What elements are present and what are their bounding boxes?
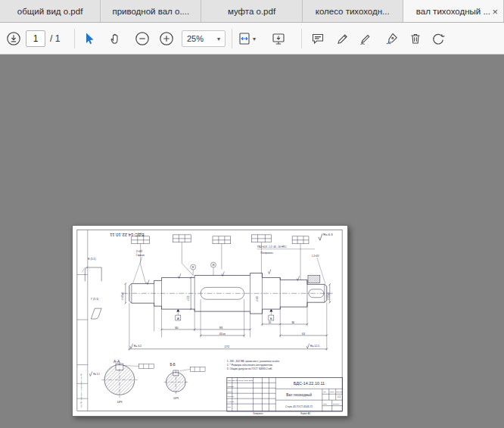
roughness-left: Ra 3.2	[134, 345, 142, 348]
acrobat-window: общий вид o.pdf приводной вал o.... муфт…	[0, 0, 504, 428]
section-tolerance-frames	[124, 364, 205, 372]
detail-g-label: Г (5:1)	[91, 298, 98, 301]
tab-mufta[interactable]: муфта o.pdf	[201, 0, 302, 22]
presentation-button[interactable]	[269, 30, 288, 48]
tab-bar: общий вид o.pdf приводной вал o.... муфт…	[0, 0, 504, 23]
select-tool-button[interactable]	[80, 30, 98, 48]
keyway-b-dim: 10Р9	[173, 397, 179, 400]
toolbar-separator	[301, 29, 302, 48]
zoom-level-value: 25%	[187, 34, 204, 43]
keyway-section-hatch	[308, 275, 320, 283]
tab-obshchiy-vid[interactable]: общий вид o.pdf	[0, 0, 101, 22]
page-fit-button[interactable]	[235, 30, 254, 48]
title-block-material: Сталь 45 ГОСТ 4543-71	[285, 405, 313, 408]
fit-width-icon	[237, 31, 252, 46]
title-block-name: Вал тихоходный	[286, 392, 312, 397]
note-3: 3. Общие допуски по ГОСТ 30893.2-mK.	[227, 367, 273, 370]
annotations: 2×45° 2 фаски ТВЧ h0,8...1,2; 40...50 HR…	[88, 233, 333, 370]
datum-a: А	[177, 317, 179, 320]
tab-privodnoy-val[interactable]: приводной вал o....	[101, 0, 201, 22]
right-chamfer-note: 1,2×45°	[312, 255, 320, 258]
heat-treatment-note: ТВЧ h0,8...1,2; 40...50 HRC	[257, 245, 288, 248]
comment-bubble-icon	[310, 31, 325, 46]
balloon-zh: Ж	[212, 264, 215, 267]
tab-label: вал тихоходный ...	[416, 7, 490, 16]
highlight-button[interactable]	[334, 30, 352, 48]
document-viewer: БДС-14.22.10.11 Инв. № подл. Подп. и дат…	[0, 55, 504, 428]
margin-column-labels: Инв. № подл. Подп. и дата Взам. инв. №	[80, 373, 82, 408]
keyway-a-dim: 14Р9	[117, 401, 122, 404]
tab-val-tikhokhodny[interactable]: вал тихоходный ... ×	[403, 0, 504, 22]
dim-63: 63	[302, 333, 305, 336]
toolbar-separator	[232, 29, 232, 48]
rotate-icon	[431, 31, 446, 46]
general-roughness: Ra 6.3	[323, 233, 333, 236]
select-arrow-icon	[82, 31, 97, 46]
detail-views	[82, 267, 101, 319]
datum-symbols: Е Ж А Б	[176, 262, 274, 320]
delete-button[interactable]	[406, 30, 425, 48]
fit-dropdown-caret-icon[interactable]: ▾	[253, 36, 256, 42]
chamfer-count: 2 фаски	[136, 254, 145, 257]
pen-icon	[358, 31, 373, 46]
section-b-label: Б-Б	[170, 363, 175, 367]
fill-sign-nib-icon	[384, 31, 400, 46]
dim-overall: 272	[225, 345, 230, 349]
dim-93: 93	[219, 326, 223, 330]
engineering-drawing: БДС-14.22.10.11 Инв. № подл. Подп. и дат…	[73, 226, 347, 416]
balloon-e: Е	[192, 266, 194, 269]
stamp-sheets: Листов 1	[333, 403, 341, 405]
polish-note: Полировать	[260, 251, 273, 255]
zoom-out-icon	[135, 31, 150, 46]
chevron-down-icon: ▾	[217, 36, 220, 42]
detail-e-label: Е (5:1)	[88, 258, 95, 261]
title-block: БДС-14.22.10.11 Вал тихоходный Сталь 45 …	[227, 377, 344, 411]
hand-icon	[108, 31, 123, 46]
stamp-scale-label: Масштаб	[336, 391, 343, 392]
tab-koleso[interactable]: колесо тихоходн...	[303, 0, 403, 22]
tab-close-icon[interactable]: ×	[492, 6, 498, 16]
datum-b: Б	[270, 317, 272, 320]
dim-60: 60	[175, 326, 179, 330]
pencil-icon	[335, 31, 350, 46]
comment-button[interactable]	[309, 30, 327, 48]
stamp-header: Изм. Лист № докум. Подп. Дата	[228, 380, 254, 381]
title-block-designation: БДС-14.22.10.11	[294, 381, 325, 386]
zoom-in-button[interactable]	[157, 30, 176, 48]
zoom-level-dropdown[interactable]: 25% ▾	[182, 30, 226, 47]
toolbar-separator	[74, 29, 75, 48]
section-a-a: А-А Ra 3.2 14Р9	[89, 360, 137, 405]
pdf-page[interactable]: БДС-14.22.10.11 Инв. № подл. Подп. и дат…	[72, 225, 348, 417]
tolerance-frames	[132, 235, 309, 283]
stamp-row-utv: Утв.	[228, 406, 232, 408]
screen-icon	[271, 31, 286, 46]
stamp-row-razrab: Разраб.	[228, 386, 235, 388]
tab-label: приводной вал o....	[112, 7, 189, 16]
stamp-row-prov: Пров.	[228, 391, 233, 393]
stamp-row-tkontr: Т.контр.	[228, 395, 235, 398]
dim-key-length: 43 кп	[219, 333, 226, 336]
rotate-button[interactable]	[429, 30, 447, 48]
download-icon	[6, 31, 21, 46]
stamp-scale-value: 1:1	[338, 395, 341, 398]
zoom-out-button[interactable]	[133, 30, 151, 48]
toolbar: 1 / 1	[0, 23, 504, 55]
dim-dia-35: ∅35к6	[327, 292, 330, 300]
section-a-roughness: Ra 3.2	[93, 373, 100, 376]
copied-label: Копировал	[254, 412, 263, 415]
download-button[interactable]	[5, 30, 23, 48]
stamp-sheet: Лист	[323, 403, 327, 405]
section-a-label: А-А	[114, 360, 120, 364]
hand-tool-button[interactable]	[107, 30, 125, 48]
tab-label: общий вид o.pdf	[17, 7, 83, 16]
dim-10: 10	[268, 321, 271, 324]
page-count-label: / 1	[50, 33, 60, 44]
format-label: Формат А3	[300, 412, 311, 415]
stamp-mass: Масса	[330, 391, 335, 392]
section-b-b: Б-Б 10Р9	[163, 363, 188, 401]
draw-tool-button[interactable]	[356, 30, 375, 48]
page-number-input[interactable]: 1	[26, 30, 45, 47]
fill-sign-button[interactable]	[383, 30, 401, 48]
roughness-right: Ra 12.5	[310, 345, 319, 348]
dimension-lines: 60 93 10 36 43 кп 63 272 ∅45к6 ∅55 ∅35к6…	[121, 276, 331, 351]
